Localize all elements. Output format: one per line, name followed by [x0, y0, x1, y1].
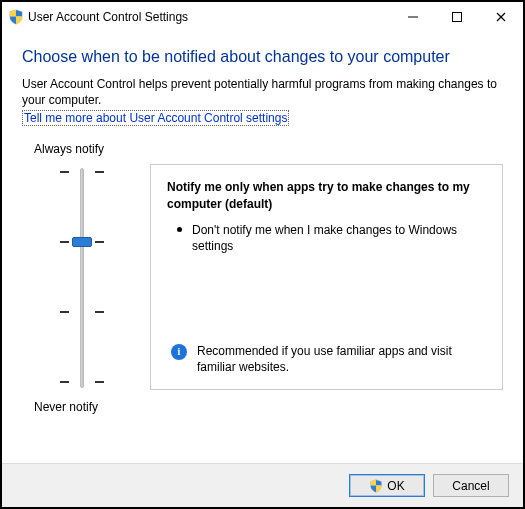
notification-level-slider[interactable] [52, 168, 112, 388]
slider-tick [60, 311, 69, 313]
uac-shield-icon [369, 479, 383, 493]
close-button[interactable] [479, 2, 523, 32]
maximize-button[interactable] [435, 2, 479, 32]
window-controls [391, 2, 523, 32]
slider-tick [95, 381, 104, 383]
level-title: Notify me only when apps try to make cha… [167, 179, 486, 211]
title-bar: User Account Control Settings [2, 2, 523, 32]
level-bullet-row: Don't notify me when I make changes to W… [167, 222, 486, 254]
info-icon [171, 344, 187, 360]
page-description: User Account Control helps prevent poten… [22, 76, 503, 108]
slider-tick [60, 381, 69, 383]
slider-column: Always notify Never notify [22, 142, 142, 414]
bullet-icon [177, 227, 182, 232]
slider-top-label: Always notify [22, 142, 104, 156]
slider-area: Always notify Never notify Notify me onl… [22, 142, 503, 414]
slider-thumb[interactable] [72, 237, 92, 247]
slider-tick [95, 171, 104, 173]
window-title: User Account Control Settings [24, 10, 391, 24]
slider-track [80, 168, 84, 388]
slider-tick [95, 311, 104, 313]
content-area: Choose when to be notified about changes… [2, 32, 523, 463]
ok-button[interactable]: OK [349, 474, 425, 497]
close-icon [496, 12, 506, 22]
minimize-button[interactable] [391, 2, 435, 32]
maximize-icon [452, 12, 462, 22]
cancel-button[interactable]: Cancel [433, 474, 509, 497]
page-heading: Choose when to be notified about changes… [22, 48, 503, 66]
level-bullet-text: Don't notify me when I make changes to W… [192, 222, 486, 254]
ok-button-label: OK [387, 479, 404, 493]
slider-tick [60, 171, 69, 173]
recommendation-text: Recommended if you use familiar apps and… [197, 343, 486, 375]
svg-rect-1 [453, 13, 462, 22]
cancel-button-label: Cancel [452, 479, 489, 493]
slider-tick [95, 241, 104, 243]
level-description-panel: Notify me only when apps try to make cha… [150, 164, 503, 390]
slider-tick [60, 241, 69, 243]
svg-rect-0 [408, 17, 418, 18]
minimize-icon [408, 12, 418, 22]
button-bar: OK Cancel [2, 463, 523, 507]
recommendation-row: Recommended if you use familiar apps and… [167, 343, 486, 375]
learn-more-link[interactable]: Tell me more about User Account Control … [22, 110, 289, 126]
uac-shield-icon [8, 9, 24, 25]
slider-bottom-label: Never notify [22, 400, 98, 414]
